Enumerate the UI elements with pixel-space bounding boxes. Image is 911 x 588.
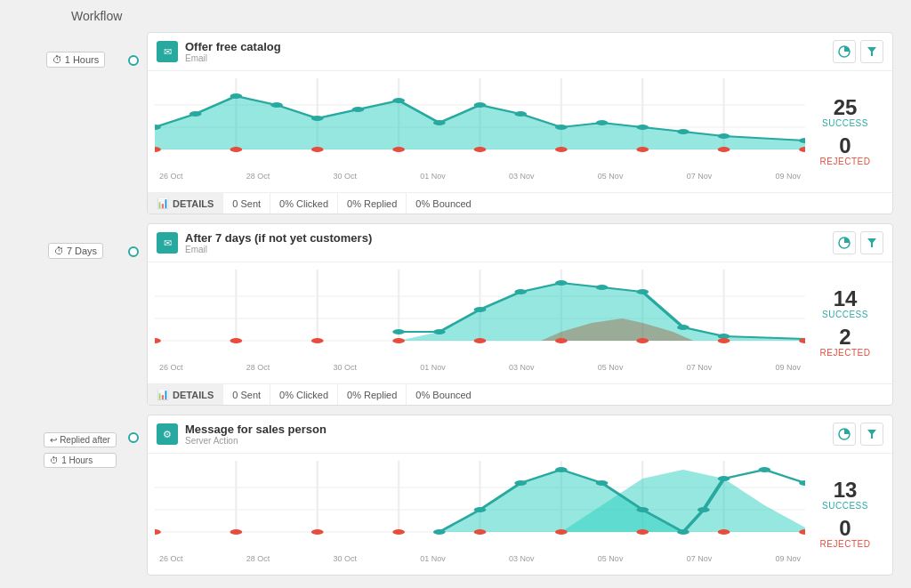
svg-point-15: [230, 93, 243, 99]
rejected-label-2: REJECTED: [820, 348, 871, 358]
svg-point-92: [718, 476, 730, 481]
svg-point-86: [514, 480, 527, 486]
connector-hours-label: ⏱ 1 Hours: [44, 453, 117, 468]
filter-button-3[interactable]: [860, 423, 883, 446]
chart-dates-3: 26 Oct28 Oct30 Oct01 Nov03 Nov05 Nov07 N…: [155, 554, 805, 563]
card-body-1: 26 Oct28 Oct30 Oct01 Nov03 Nov05 Nov07 N…: [148, 71, 892, 192]
workflow-row-1: ⏱ 1 Hours ✉ Offer free catalog Email: [18, 32, 893, 214]
workflow-container: ⏱ 1 Hours ✉ Offer free catalog Email: [18, 32, 893, 584]
success-number-3: 13: [822, 479, 868, 501]
success-stat-1: 25 SUCCESS: [822, 97, 868, 128]
details-button-1[interactable]: 📊 DETAILS: [148, 193, 223, 213]
filter-button-1[interactable]: [860, 40, 883, 63]
clock-icon-2: ⏱: [54, 246, 64, 256]
svg-marker-1: [867, 47, 876, 56]
svg-point-16: [270, 102, 283, 108]
svg-point-102: [718, 529, 730, 535]
svg-point-62: [230, 338, 243, 343]
workflow-row-2: ⏱ 7 Days ✉ After 7 days (if not yet cust…: [18, 223, 893, 406]
svg-point-54: [474, 307, 487, 312]
svg-point-34: [555, 147, 568, 152]
svg-point-53: [433, 329, 446, 334]
success-number-2: 14: [822, 288, 868, 310]
card-subtitle-3: Server Action: [185, 436, 826, 446]
timeline-duration-2: 7 Days: [67, 246, 97, 256]
chart-icon-1: 📊: [157, 197, 169, 209]
workflow-card-1: ✉ Offer free catalog Email: [147, 32, 893, 214]
svg-point-61: [155, 338, 161, 343]
svg-point-87: [555, 467, 568, 472]
svg-point-26: [677, 129, 689, 134]
pie-chart-button-1[interactable]: [833, 40, 856, 63]
success-stat-3: 13 SUCCESS: [822, 479, 868, 511]
replied-stat-1: 0% Replied: [338, 193, 407, 213]
email-icon-2: ✉: [157, 232, 178, 254]
pie-chart-button-3[interactable]: [833, 423, 856, 446]
chart-area-1: 26 Oct28 Oct30 Oct01 Nov03 Nov05 Nov07 N…: [155, 78, 805, 185]
card-subtitle-2: Email: [185, 245, 826, 254]
sent-stat-2: 0 Sent: [223, 384, 270, 405]
chart-area-3: 26 Oct28 Oct30 Oct01 Nov03 Nov05 Nov07 N…: [155, 461, 805, 568]
card-col-2: ✉ After 7 days (if not yet customers) Em…: [147, 223, 893, 406]
rejected-stat-1: 0 REJECTED: [820, 135, 871, 166]
timeline-label-1: ⏱ 1 Hours: [46, 52, 106, 68]
svg-point-36: [718, 147, 730, 152]
success-stat-2: 14 SUCCESS: [822, 288, 868, 319]
replied-after-label: ↩ Replied after: [44, 432, 117, 447]
svg-point-58: [636, 289, 649, 294]
svg-point-64: [392, 338, 405, 343]
success-label-1: SUCCESS: [822, 118, 868, 128]
timeline-col-2: ⏱ 7 Days: [18, 223, 133, 259]
chart-dates-1: 26 Oct28 Oct30 Oct01 Nov03 Nov05 Nov07 N…: [155, 172, 805, 181]
timeline-dot-1: [128, 55, 139, 66]
connector-hours-text: 1 Hours: [61, 455, 93, 465]
svg-point-57: [596, 285, 609, 290]
card-title-2: After 7 days (if not yet customers): [185, 231, 826, 245]
svg-point-20: [433, 120, 446, 125]
email-icon-1: ✉: [157, 41, 178, 62]
card-header-actions-2: [833, 231, 883, 254]
details-button-2[interactable]: 📊 DETAILS: [148, 384, 223, 405]
svg-point-89: [636, 507, 649, 512]
card-header-2: ✉ After 7 days (if not yet customers) Em…: [148, 224, 892, 262]
success-number-1: 25: [822, 97, 868, 118]
svg-point-31: [311, 147, 324, 152]
svg-point-59: [677, 325, 689, 330]
svg-point-52: [392, 329, 405, 334]
card-body-2: 26 Oct28 Oct30 Oct01 Nov03 Nov05 Nov07 N…: [148, 262, 892, 383]
svg-point-101: [636, 529, 649, 535]
svg-point-24: [596, 120, 609, 125]
svg-point-27: [718, 133, 730, 139]
card-col-1: ✉ Offer free catalog Email: [147, 32, 893, 214]
bounced-stat-2: 0% Bounced: [407, 384, 480, 405]
success-label-3: SUCCESS: [822, 501, 868, 511]
card-title-group-2: After 7 days (if not yet customers) Emai…: [185, 231, 826, 254]
card-title-1: Offer free catalog: [185, 40, 826, 53]
svg-point-19: [392, 98, 405, 103]
workflow-card-3: ⚙ Message for sales person Server Action: [147, 415, 893, 576]
rejected-number-1: 0: [820, 135, 871, 157]
svg-point-84: [433, 529, 446, 535]
details-label-1: DETAILS: [173, 198, 214, 209]
card-header-actions-3: [833, 423, 883, 446]
timeline-dot-2: [128, 246, 139, 257]
clicked-stat-1: 0% Clicked: [270, 193, 338, 213]
workflow-row-3: ↩ Replied after ⏱ 1 Hours ⚙ Message for: [18, 415, 893, 576]
chart-icon-2: 📊: [157, 389, 169, 400]
svg-point-25: [636, 125, 649, 130]
rejected-label-3: REJECTED: [820, 539, 871, 549]
card-subtitle-1: Email: [185, 53, 826, 63]
clock-icon-3: ⏱: [50, 455, 59, 465]
replied-stat-2: 0% Replied: [338, 384, 407, 405]
svg-point-33: [474, 147, 487, 152]
rejected-label-1: REJECTED: [820, 157, 871, 166]
svg-point-98: [392, 529, 405, 535]
card-title-group-1: Offer free catalog Email: [185, 40, 826, 63]
timeline-dot-3: [128, 432, 139, 443]
filter-button-2[interactable]: [860, 231, 883, 254]
timeline-label-2: ⏱ 7 Days: [48, 243, 103, 259]
svg-point-91: [697, 507, 710, 512]
svg-marker-39: [867, 238, 876, 247]
pie-chart-button-2[interactable]: [833, 231, 856, 254]
stats-area-1: 25 SUCCESS 0 REJECTED: [805, 78, 885, 185]
